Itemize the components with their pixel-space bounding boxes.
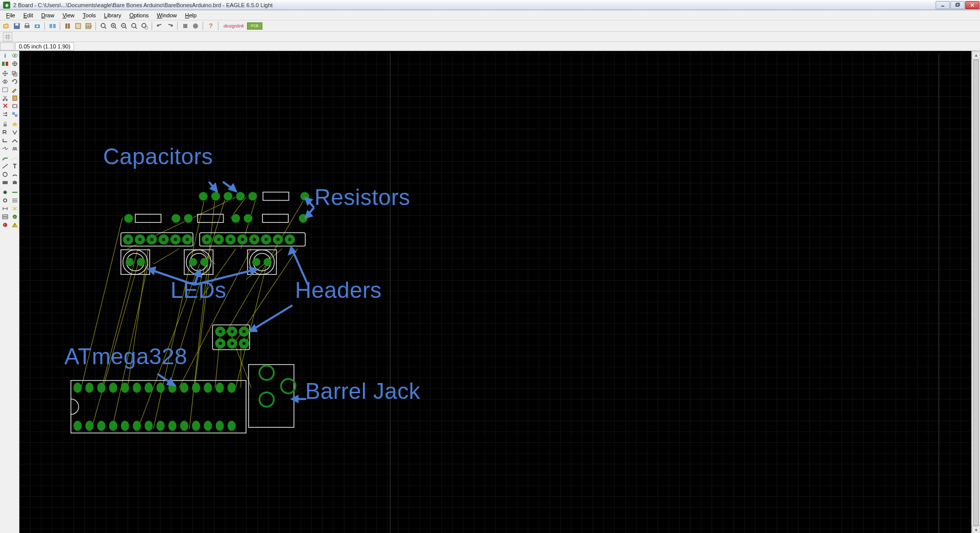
svg-rect-35 bbox=[2, 62, 5, 66]
svg-point-136 bbox=[205, 238, 208, 241]
wire-tool[interactable] bbox=[1, 162, 10, 170]
mark-tool[interactable] bbox=[10, 60, 19, 67]
miter-tool[interactable] bbox=[1, 136, 10, 144]
run-ulp-button[interactable]: ULP bbox=[84, 21, 93, 31]
menu-help[interactable]: Help bbox=[181, 11, 201, 19]
help-button[interactable]: ? bbox=[206, 21, 215, 31]
svg-line-58 bbox=[3, 164, 8, 168]
add-tool[interactable] bbox=[10, 102, 19, 110]
print-button[interactable] bbox=[22, 21, 32, 31]
lock-tool[interactable] bbox=[1, 120, 10, 128]
move-tool[interactable] bbox=[1, 69, 10, 77]
save-button[interactable] bbox=[12, 21, 21, 31]
signal-tool[interactable] bbox=[10, 188, 19, 196]
group-tool[interactable] bbox=[1, 86, 10, 93]
board-canvas[interactable]: Capacitors Resistors LEDs Headers ATmega… bbox=[19, 51, 980, 533]
rotate-tool[interactable] bbox=[10, 78, 19, 85]
pcb-quote-button[interactable]: PCB bbox=[247, 22, 262, 30]
empty-tool bbox=[1, 229, 10, 237]
menu-tools[interactable]: Tools bbox=[79, 11, 100, 19]
svg-point-107 bbox=[224, 192, 233, 201]
zoom-select-button[interactable] bbox=[140, 21, 149, 31]
cut-tool[interactable] bbox=[1, 94, 10, 101]
svg-point-10 bbox=[36, 25, 38, 27]
cam-button[interactable] bbox=[33, 21, 42, 31]
erc-tool[interactable]: ✓ bbox=[10, 213, 19, 220]
zoom-fit-button[interactable] bbox=[99, 21, 108, 31]
scroll-up-button[interactable]: ▲ bbox=[972, 51, 980, 60]
auto-tool[interactable] bbox=[1, 213, 10, 220]
grid-settings-button[interactable] bbox=[3, 32, 12, 41]
minimize-button[interactable] bbox=[936, 1, 950, 9]
main-toolbar: ULP ? designlink PCB bbox=[0, 20, 980, 32]
svg-point-108 bbox=[236, 192, 245, 201]
paste-tool[interactable] bbox=[10, 94, 19, 101]
errors-tool[interactable]: ! bbox=[10, 221, 19, 229]
route-tool[interactable] bbox=[1, 154, 10, 162]
value-tool[interactable] bbox=[10, 128, 19, 136]
menu-file[interactable]: File bbox=[2, 11, 19, 19]
ratsnest-tool[interactable] bbox=[10, 205, 19, 212]
vertical-scrollbar[interactable]: ▲ ▼ bbox=[971, 51, 980, 533]
open-button[interactable] bbox=[2, 21, 11, 31]
ripup-tool[interactable] bbox=[10, 154, 19, 162]
design-link-button[interactable]: designlink bbox=[222, 23, 246, 29]
undo-button[interactable] bbox=[155, 21, 164, 31]
copy-tool[interactable] bbox=[10, 69, 19, 77]
menu-view[interactable]: View bbox=[58, 11, 79, 19]
hole-tool[interactable] bbox=[1, 196, 10, 204]
zoom-redraw-button[interactable] bbox=[130, 21, 139, 31]
go-button[interactable] bbox=[191, 21, 200, 31]
menu-options[interactable]: Options bbox=[125, 11, 153, 19]
show-tool[interactable] bbox=[10, 52, 19, 59]
menu-draw[interactable]: Draw bbox=[37, 11, 59, 19]
split-tool[interactable] bbox=[10, 136, 19, 144]
board-schematic-switch-button[interactable] bbox=[48, 21, 57, 31]
mirror-tool[interactable] bbox=[1, 78, 10, 85]
text-tool[interactable]: T bbox=[10, 162, 19, 170]
circle-tool[interactable] bbox=[1, 170, 10, 178]
polygon-tool[interactable] bbox=[10, 179, 19, 186]
dimension-tool[interactable] bbox=[1, 205, 10, 212]
svg-point-181 bbox=[85, 383, 93, 393]
rect-tool[interactable] bbox=[1, 179, 10, 186]
display-tool[interactable] bbox=[1, 60, 10, 67]
svg-point-155 bbox=[137, 258, 145, 266]
menu-library[interactable]: Library bbox=[100, 11, 126, 19]
arc-tool[interactable] bbox=[10, 170, 19, 178]
delete-tool[interactable]: ✕ bbox=[1, 102, 10, 110]
use-library-button[interactable] bbox=[63, 21, 72, 31]
scroll-down-button[interactable]: ▼ bbox=[972, 526, 980, 533]
svg-point-146 bbox=[264, 238, 267, 241]
menu-edit[interactable]: Edit bbox=[19, 11, 37, 19]
svg-point-27 bbox=[132, 23, 136, 28]
change-tool[interactable] bbox=[10, 86, 19, 93]
attribute-tool[interactable] bbox=[10, 196, 19, 204]
layer-color-swatch[interactable] bbox=[0, 42, 14, 50]
via-tool[interactable] bbox=[1, 188, 10, 196]
close-button[interactable] bbox=[965, 1, 979, 9]
redo-button[interactable] bbox=[165, 21, 175, 31]
name-tool[interactable] bbox=[1, 128, 10, 136]
svg-point-150 bbox=[288, 238, 291, 241]
meander-tool[interactable] bbox=[10, 144, 19, 152]
vscroll-track[interactable] bbox=[972, 60, 980, 526]
drc-tool[interactable]: ! bbox=[1, 221, 10, 229]
svg-point-197 bbox=[109, 421, 117, 431]
stop-button[interactable] bbox=[181, 21, 190, 31]
maximize-button[interactable] bbox=[950, 1, 965, 9]
svg-point-29 bbox=[142, 23, 146, 28]
svg-rect-55 bbox=[12, 112, 15, 115]
smash-tool[interactable] bbox=[10, 120, 19, 128]
zoom-in-button[interactable] bbox=[109, 21, 118, 31]
replace-tool[interactable] bbox=[10, 110, 19, 118]
svg-text:!: ! bbox=[4, 223, 5, 227]
pinswap-tool[interactable] bbox=[1, 110, 10, 118]
optimize-tool[interactable] bbox=[1, 144, 10, 152]
menu-window[interactable]: Window bbox=[153, 11, 181, 19]
zoom-out-button[interactable] bbox=[119, 21, 129, 31]
vscroll-thumb[interactable] bbox=[973, 60, 979, 526]
script-button[interactable] bbox=[74, 21, 83, 31]
svg-point-115 bbox=[184, 214, 193, 223]
info-tool[interactable]: i bbox=[1, 52, 10, 59]
